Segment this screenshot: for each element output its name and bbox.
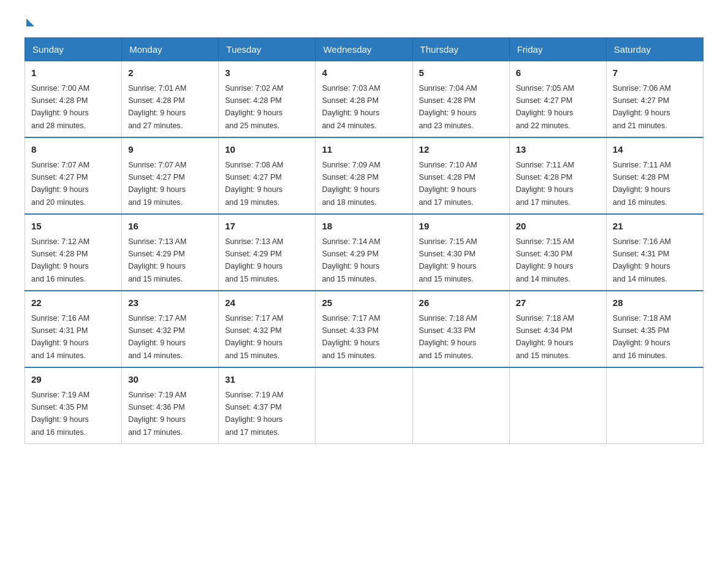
calendar-day-cell: 18Sunrise: 7:14 AMSunset: 4:29 PMDayligh… xyxy=(316,214,412,291)
day-info: Sunrise: 7:18 AMSunset: 4:34 PMDaylight:… xyxy=(516,314,574,360)
calendar-day-cell: 14Sunrise: 7:11 AMSunset: 4:28 PMDayligh… xyxy=(606,137,703,214)
day-info: Sunrise: 7:01 AMSunset: 4:28 PMDaylight:… xyxy=(128,84,186,130)
day-number: 17 xyxy=(225,220,309,234)
day-info: Sunrise: 7:08 AMSunset: 4:27 PMDaylight:… xyxy=(225,161,283,207)
day-number: 1 xyxy=(31,66,115,80)
calendar-day-cell: 25Sunrise: 7:17 AMSunset: 4:33 PMDayligh… xyxy=(316,291,412,367)
calendar-day-cell: 5Sunrise: 7:04 AMSunset: 4:28 PMDaylight… xyxy=(412,61,509,138)
day-number: 16 xyxy=(128,220,212,234)
weekday-header-wednesday: Wednesday xyxy=(316,38,412,61)
calendar-day-cell: 19Sunrise: 7:15 AMSunset: 4:30 PMDayligh… xyxy=(412,214,509,291)
weekday-header-friday: Friday xyxy=(509,38,606,61)
day-number: 23 xyxy=(128,296,212,310)
day-number: 25 xyxy=(322,296,406,310)
calendar-day-cell: 6Sunrise: 7:05 AMSunset: 4:27 PMDaylight… xyxy=(509,61,606,138)
day-number: 27 xyxy=(516,296,600,310)
day-info: Sunrise: 7:00 AMSunset: 4:28 PMDaylight:… xyxy=(31,84,89,130)
weekday-header-row: SundayMondayTuesdayWednesdayThursdayFrid… xyxy=(25,38,703,61)
day-number: 22 xyxy=(31,296,115,310)
day-number: 9 xyxy=(128,143,212,157)
day-info: Sunrise: 7:17 AMSunset: 4:32 PMDaylight:… xyxy=(225,314,283,360)
calendar-day-cell: 3Sunrise: 7:02 AMSunset: 4:28 PMDaylight… xyxy=(219,61,316,138)
calendar-week-row: 15Sunrise: 7:12 AMSunset: 4:28 PMDayligh… xyxy=(25,214,703,291)
day-info: Sunrise: 7:19 AMSunset: 4:37 PMDaylight:… xyxy=(225,391,283,437)
calendar-week-row: 29Sunrise: 7:19 AMSunset: 4:35 PMDayligh… xyxy=(25,367,703,444)
day-number: 18 xyxy=(322,220,406,234)
day-number: 8 xyxy=(31,143,115,157)
calendar-day-cell: 23Sunrise: 7:17 AMSunset: 4:32 PMDayligh… xyxy=(122,291,219,367)
day-number: 6 xyxy=(516,66,600,80)
calendar-empty-cell xyxy=(316,367,412,444)
day-info: Sunrise: 7:17 AMSunset: 4:32 PMDaylight:… xyxy=(128,314,186,360)
calendar-day-cell: 15Sunrise: 7:12 AMSunset: 4:28 PMDayligh… xyxy=(25,214,122,291)
calendar-day-cell: 26Sunrise: 7:18 AMSunset: 4:33 PMDayligh… xyxy=(412,291,509,367)
calendar-day-cell: 7Sunrise: 7:06 AMSunset: 4:27 PMDaylight… xyxy=(606,61,703,138)
calendar-empty-cell xyxy=(606,367,703,444)
logo-triangle-icon xyxy=(26,18,34,26)
day-info: Sunrise: 7:03 AMSunset: 4:28 PMDaylight:… xyxy=(322,84,380,130)
day-info: Sunrise: 7:19 AMSunset: 4:35 PMDaylight:… xyxy=(31,391,89,437)
day-info: Sunrise: 7:02 AMSunset: 4:28 PMDaylight:… xyxy=(225,84,283,130)
day-info: Sunrise: 7:17 AMSunset: 4:33 PMDaylight:… xyxy=(322,314,380,360)
day-number: 15 xyxy=(31,220,115,234)
calendar-week-row: 8Sunrise: 7:07 AMSunset: 4:27 PMDaylight… xyxy=(25,137,703,214)
calendar-day-cell: 30Sunrise: 7:19 AMSunset: 4:36 PMDayligh… xyxy=(122,367,219,444)
calendar-day-cell: 31Sunrise: 7:19 AMSunset: 4:37 PMDayligh… xyxy=(219,367,316,444)
calendar-day-cell: 13Sunrise: 7:11 AMSunset: 4:28 PMDayligh… xyxy=(509,137,606,214)
calendar-day-cell: 10Sunrise: 7:08 AMSunset: 4:27 PMDayligh… xyxy=(219,137,316,214)
calendar-day-cell: 11Sunrise: 7:09 AMSunset: 4:28 PMDayligh… xyxy=(316,137,412,214)
day-number: 5 xyxy=(419,66,503,80)
day-info: Sunrise: 7:15 AMSunset: 4:30 PMDaylight:… xyxy=(516,237,574,283)
calendar-day-cell: 1Sunrise: 7:00 AMSunset: 4:28 PMDaylight… xyxy=(25,61,122,138)
logo xyxy=(25,18,34,25)
day-info: Sunrise: 7:12 AMSunset: 4:28 PMDaylight:… xyxy=(31,237,89,283)
day-number: 13 xyxy=(516,143,600,157)
day-number: 7 xyxy=(613,66,697,80)
day-info: Sunrise: 7:05 AMSunset: 4:27 PMDaylight:… xyxy=(516,84,574,130)
day-number: 26 xyxy=(419,296,503,310)
day-number: 19 xyxy=(419,220,503,234)
day-number: 3 xyxy=(225,66,309,80)
calendar-day-cell: 28Sunrise: 7:18 AMSunset: 4:35 PMDayligh… xyxy=(606,291,703,367)
day-number: 21 xyxy=(613,220,697,234)
calendar-empty-cell xyxy=(412,367,509,444)
day-info: Sunrise: 7:10 AMSunset: 4:28 PMDaylight:… xyxy=(419,161,477,207)
day-info: Sunrise: 7:11 AMSunset: 4:28 PMDaylight:… xyxy=(613,161,671,207)
calendar-week-row: 1Sunrise: 7:00 AMSunset: 4:28 PMDaylight… xyxy=(25,61,703,138)
day-info: Sunrise: 7:07 AMSunset: 4:27 PMDaylight:… xyxy=(31,161,89,207)
calendar-day-cell: 9Sunrise: 7:07 AMSunset: 4:27 PMDaylight… xyxy=(122,137,219,214)
calendar-day-cell: 16Sunrise: 7:13 AMSunset: 4:29 PMDayligh… xyxy=(122,214,219,291)
calendar-day-cell: 12Sunrise: 7:10 AMSunset: 4:28 PMDayligh… xyxy=(412,137,509,214)
calendar-day-cell: 21Sunrise: 7:16 AMSunset: 4:31 PMDayligh… xyxy=(606,214,703,291)
day-info: Sunrise: 7:04 AMSunset: 4:28 PMDaylight:… xyxy=(419,84,477,130)
day-info: Sunrise: 7:07 AMSunset: 4:27 PMDaylight:… xyxy=(128,161,186,207)
day-info: Sunrise: 7:06 AMSunset: 4:27 PMDaylight:… xyxy=(613,84,671,130)
calendar-day-cell: 29Sunrise: 7:19 AMSunset: 4:35 PMDayligh… xyxy=(25,367,122,444)
day-info: Sunrise: 7:14 AMSunset: 4:29 PMDaylight:… xyxy=(322,237,380,283)
day-number: 29 xyxy=(31,373,115,387)
day-info: Sunrise: 7:15 AMSunset: 4:30 PMDaylight:… xyxy=(419,237,477,283)
calendar-day-cell: 8Sunrise: 7:07 AMSunset: 4:27 PMDaylight… xyxy=(25,137,122,214)
weekday-header-tuesday: Tuesday xyxy=(219,38,316,61)
day-info: Sunrise: 7:13 AMSunset: 4:29 PMDaylight:… xyxy=(128,237,186,283)
weekday-header-saturday: Saturday xyxy=(606,38,703,61)
page-header xyxy=(25,18,703,25)
day-info: Sunrise: 7:16 AMSunset: 4:31 PMDaylight:… xyxy=(613,237,671,283)
weekday-header-thursday: Thursday xyxy=(412,38,509,61)
day-info: Sunrise: 7:18 AMSunset: 4:35 PMDaylight:… xyxy=(613,314,671,360)
day-number: 20 xyxy=(516,220,600,234)
day-info: Sunrise: 7:09 AMSunset: 4:28 PMDaylight:… xyxy=(322,161,380,207)
calendar-day-cell: 22Sunrise: 7:16 AMSunset: 4:31 PMDayligh… xyxy=(25,291,122,367)
day-number: 11 xyxy=(322,143,406,157)
day-number: 24 xyxy=(225,296,309,310)
day-info: Sunrise: 7:18 AMSunset: 4:33 PMDaylight:… xyxy=(419,314,477,360)
day-info: Sunrise: 7:16 AMSunset: 4:31 PMDaylight:… xyxy=(31,314,89,360)
day-info: Sunrise: 7:11 AMSunset: 4:28 PMDaylight:… xyxy=(516,161,574,207)
calendar-day-cell: 2Sunrise: 7:01 AMSunset: 4:28 PMDaylight… xyxy=(122,61,219,138)
calendar-day-cell: 4Sunrise: 7:03 AMSunset: 4:28 PMDaylight… xyxy=(316,61,412,138)
weekday-header-monday: Monday xyxy=(122,38,219,61)
day-number: 30 xyxy=(128,373,212,387)
day-number: 12 xyxy=(419,143,503,157)
weekday-header-sunday: Sunday xyxy=(25,38,122,61)
calendar-day-cell: 27Sunrise: 7:18 AMSunset: 4:34 PMDayligh… xyxy=(509,291,606,367)
